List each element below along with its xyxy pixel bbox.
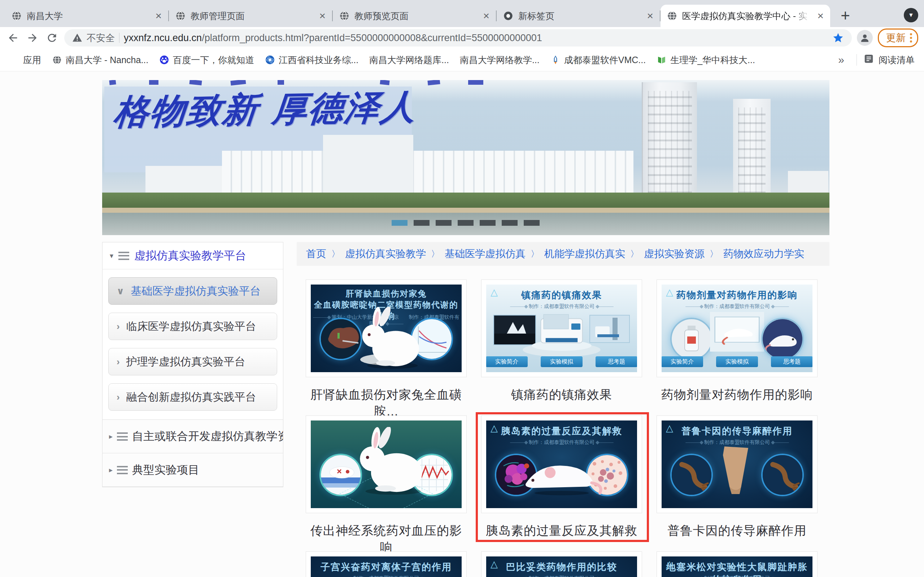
- bookmark-item[interactable]: 南昌大学 - Nancha...: [52, 54, 149, 66]
- experiment-card[interactable]: 肝肾缺血损伤对家兔全血磺胺嘧啶钠二室模型药物代谢的影响———◆ 策划：中山大学新…: [306, 279, 467, 377]
- breadcrumb-link[interactable]: 药物效应动力学实: [723, 247, 804, 261]
- tab-close-icon[interactable]: ×: [154, 10, 163, 21]
- reload-button[interactable]: [45, 31, 59, 45]
- bookmark-label: 南昌大学网络题库...: [369, 54, 449, 66]
- bookmark-label: 成都泰盟软件VMC...: [564, 54, 646, 66]
- url-divider: [119, 33, 120, 43]
- tab-5[interactable]: 医学虚拟仿真实验教学中心 - 实×: [661, 5, 830, 27]
- bookmark-star-icon[interactable]: [832, 32, 844, 44]
- bookmark-item[interactable]: 江西省科技业务综...: [265, 54, 359, 66]
- bookmark-item[interactable]: 成都泰盟软件VMC...: [551, 54, 646, 66]
- sidebar-item[interactable]: ∨基础医学虚拟仿真实验平台: [108, 277, 277, 305]
- library-tower: [642, 82, 697, 202]
- experiment-thumbnail[interactable]: △药物剂量对药物作用的影响———◆ 制作：成都泰盟软件有限公司 ◆———实验简介…: [662, 285, 813, 372]
- experiment-thumbnail[interactable]: [311, 421, 462, 508]
- breadcrumb-link[interactable]: 机能学虚拟仿真实: [544, 247, 625, 261]
- new-tab-page-icon: [503, 11, 513, 21]
- bookmarks-overflow-chevron[interactable]: »: [832, 54, 850, 66]
- carousel-bar[interactable]: [480, 220, 496, 226]
- sidebar-item[interactable]: ›临床医学虚拟仿真实验平台: [108, 313, 277, 340]
- experiment-card[interactable]: 子宫兴奋药对离体子宫的作用———◆ 制作：成都泰盟软件有限公司 ◆———: [306, 551, 467, 577]
- new-tab-button[interactable]: +: [835, 5, 855, 26]
- tab-3[interactable]: 教师预览页面×: [333, 5, 496, 27]
- baidu-icon: [159, 55, 169, 65]
- globe-icon: [52, 55, 62, 65]
- page-content: 格物致新 厚德泽人 ▾ 虚拟仿真实验教学平台 ∨基础医学虚拟仿真实验平台›临床医…: [0, 71, 924, 577]
- carousel-bar[interactable]: [436, 220, 452, 226]
- globe-favicon: [175, 11, 186, 21]
- tab-close-icon[interactable]: ×: [318, 10, 327, 21]
- breadcrumb-link[interactable]: 首页: [306, 247, 326, 261]
- breadcrumb-link[interactable]: 虚拟仿真实验教学: [345, 247, 426, 261]
- sidebar-section-label: 自主或联合开发虚拟仿真教学资: [132, 429, 283, 444]
- experiment-grid: 肝肾缺血损伤对家兔全血磺胺嘧啶钠二室模型药物代谢的影响———◆ 策划：中山大学新…: [306, 279, 817, 577]
- tab-2[interactable]: 教师管理页面×: [169, 5, 332, 27]
- carousel-bar[interactable]: [502, 220, 518, 226]
- carousel-bar[interactable]: [414, 220, 430, 226]
- experiment-thumbnail[interactable]: 肝肾缺血损伤对家兔全血磺胺嘧啶钠二室模型药物代谢的影响———◆ 策划：中山大学新…: [311, 285, 462, 372]
- address-bar[interactable]: 不安全 yxxnfz.ncu.edu.cn/platform_products.…: [64, 29, 852, 47]
- experiment-card[interactable]: △胰岛素的过量反应及其解救———◆ 制作：成都泰盟软件有限公司 ◆———: [481, 416, 642, 513]
- carousel-bar[interactable]: [524, 220, 540, 226]
- experiment-card[interactable]: △药物剂量对药物作用的影响———◆ 制作：成都泰盟软件有限公司 ◆———实验简介…: [657, 279, 817, 377]
- experiment-card[interactable]: △镇痛药的镇痛效果———◆ 制作：成都泰盟软件有限公司 ◆———实验简介实验模拟…: [481, 279, 642, 377]
- jx-icon: [265, 55, 275, 65]
- thumb-button: 思考题: [771, 356, 813, 367]
- sidebar-section[interactable]: ▸典型实验项目: [102, 453, 283, 487]
- tab-4[interactable]: 新标签页×: [497, 5, 660, 27]
- thumbnail-title: 药物剂量对药物作用的影响: [662, 289, 813, 301]
- sidebar-item[interactable]: ›护理学虚拟仿真实验平台: [108, 348, 277, 376]
- forward-button[interactable]: [25, 31, 40, 45]
- bookmark-item[interactable]: 生理学_华中科技大...: [657, 54, 755, 66]
- update-button[interactable]: 更新: [878, 29, 918, 47]
- experiment-thumbnail[interactable]: △巴比妥类药物作用的比较———◆ 制作：成都泰盟软件有限公司 ◆———: [486, 556, 637, 577]
- tab-close-icon[interactable]: ×: [816, 10, 825, 21]
- browser-tab-bar: 南昌大学×教师管理页面×教师预览页面×新标签页×医学虚拟仿真实验教学中心 - 实…: [0, 0, 924, 27]
- book-icon: [657, 55, 667, 65]
- chevron-down-icon: ∨: [116, 285, 124, 297]
- tab-close-icon[interactable]: ×: [645, 10, 655, 21]
- tab-search-button[interactable]: ▼: [904, 8, 918, 23]
- campus-tower: [733, 99, 771, 202]
- sidebar-item[interactable]: ›融合创新虚拟仿真实践平台: [108, 384, 277, 411]
- security-label: 不安全: [87, 32, 115, 44]
- tab-close-icon[interactable]: ×: [481, 10, 491, 21]
- breadcrumb-link[interactable]: 基础医学虚拟仿真: [445, 247, 525, 261]
- reading-list-button[interactable]: 阅读清单: [863, 53, 914, 66]
- experiment-card[interactable]: [306, 416, 467, 513]
- experiment-thumbnail[interactable]: △胰岛素的过量反应及其解救———◆ 制作：成都泰盟软件有限公司 ◆———: [486, 421, 637, 508]
- bookmark-item[interactable]: 百度一下，你就知道: [159, 54, 254, 66]
- profile-avatar[interactable]: [857, 30, 873, 46]
- bookmark-item[interactable]: 南昌大学网络题库...: [369, 54, 449, 66]
- triangle-right-icon: ▸: [109, 432, 113, 441]
- apps-grid-icon: [10, 55, 19, 65]
- experiment-thumbnail[interactable]: △地塞米松对实验性大鼠脚趾肿胀的抗炎作用———◆ 制作：成都泰盟软件有限公司 ◆…: [662, 556, 813, 577]
- chevron-right-icon: ›: [116, 321, 120, 332]
- campus-building: [222, 151, 633, 193]
- bookmark-item[interactable]: 南昌大学网络教学...: [460, 54, 540, 66]
- experiment-card[interactable]: △巴比妥类药物作用的比较———◆ 制作：成都泰盟软件有限公司 ◆———: [481, 551, 642, 577]
- breadcrumb-link[interactable]: 虚拟实验资源: [644, 247, 704, 261]
- sidebar-section[interactable]: ▸自主或联合开发虚拟仿真教学资: [102, 419, 283, 453]
- experiment-thumbnail[interactable]: 子宫兴奋药对离体子宫的作用———◆ 制作：成都泰盟软件有限公司 ◆———: [311, 556, 462, 577]
- experiment-thumbnail[interactable]: △普鲁卡因的传导麻醉作用———◆ 制作：成都泰盟软件有限公司 ◆———: [662, 421, 813, 508]
- analgesia-tester-machine: [517, 305, 607, 357]
- breadcrumb-separator: 〉: [709, 248, 718, 259]
- sidebar-header[interactable]: ▾ 虚拟仿真实验教学平台: [102, 242, 283, 269]
- thumbnail-title: 巴比妥类药物作用的比较: [486, 561, 637, 574]
- tab-1[interactable]: 南昌大学×: [5, 5, 168, 27]
- experiment-card[interactable]: △普鲁卡因的传导麻醉作用———◆ 制作：成都泰盟软件有限公司 ◆———: [657, 416, 817, 513]
- carousel-bar[interactable]: [458, 220, 473, 226]
- experiment-thumbnail[interactable]: △镇痛药的镇痛效果———◆ 制作：成都泰盟软件有限公司 ◆———实验简介实验模拟…: [486, 285, 637, 372]
- chevron-right-icon: ›: [116, 392, 120, 403]
- carousel-bar[interactable]: [392, 220, 407, 226]
- frog-leg-circle: [761, 454, 804, 496]
- experiment-card-title: 镇痛药的镇痛效果: [481, 387, 642, 403]
- bookmark-item[interactable]: 应用: [10, 54, 41, 66]
- sidebar-item-label: 临床医学虚拟仿真实验平台: [126, 319, 256, 334]
- globe-favicon: [667, 11, 677, 21]
- sidebar-section-label: 典型实验项目: [132, 462, 199, 477]
- reading-list-label: 阅读清单: [879, 54, 914, 66]
- experiment-card[interactable]: △地塞米松对实验性大鼠脚趾肿胀的抗炎作用———◆ 制作：成都泰盟软件有限公司 ◆…: [657, 551, 817, 577]
- back-button[interactable]: [6, 31, 20, 45]
